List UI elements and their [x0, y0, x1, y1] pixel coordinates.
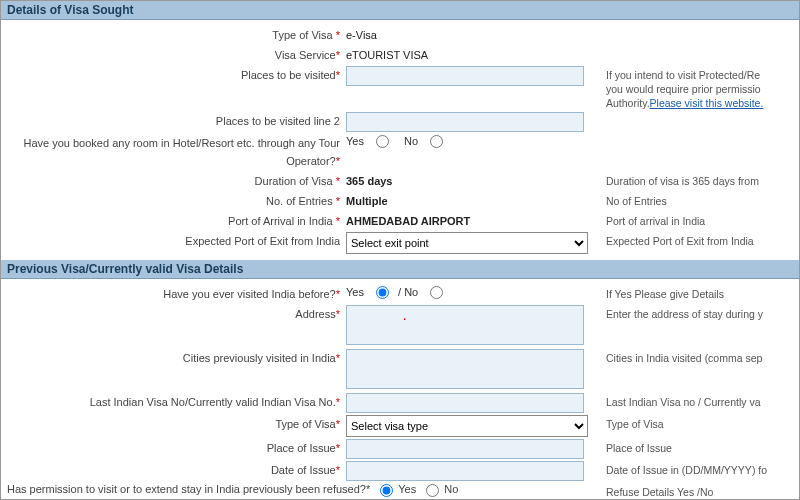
input-date-issue[interactable] — [346, 461, 584, 481]
label-places-visited: Places to be visited* — [1, 66, 346, 84]
help-duration: Duration of visa is 365 days from — [606, 172, 799, 188]
radio-label-yes3: Yes — [398, 483, 416, 495]
value-duration: 365 days — [346, 175, 392, 187]
textarea-address[interactable] — [346, 305, 584, 345]
help-entries: No of Entries — [606, 192, 799, 208]
label-port-arrival: Port of Arrival in India * — [1, 212, 346, 230]
help-cities-prev: Cities in India visited (comma sep — [606, 349, 799, 365]
radio-visited-no[interactable] — [430, 286, 443, 299]
input-place-issue[interactable] — [346, 439, 584, 459]
label-entries: No. of Entries * — [1, 192, 346, 210]
value-entries: Multiple — [346, 195, 388, 207]
label-visited-before: Have you ever visited India before?* — [1, 285, 346, 303]
radio-hotel-no[interactable] — [430, 135, 443, 148]
select-type-of-visa[interactable]: Select visa type — [346, 415, 588, 437]
radio-label-slashno: / No — [398, 286, 418, 298]
visa-sought-form: Type of Visa * e-Visa Visa Service* eTOU… — [1, 20, 799, 260]
radio-label-no: No — [404, 135, 418, 147]
section-header-previous-visa: Previous Visa/Currently valid Visa Detai… — [1, 260, 799, 279]
label-last-visa-no: Last Indian Visa No/Currently valid Indi… — [1, 393, 346, 411]
label-place-issue: Place of Issue* — [1, 439, 346, 457]
previous-visa-form: Have you ever visited India before?* Yes… — [1, 279, 799, 500]
help-places-visited: If you intend to visit Protected/Re you … — [606, 66, 799, 110]
label-duration: Duration of Visa * — [1, 172, 346, 190]
input-last-visa-no[interactable] — [346, 393, 584, 413]
label-cities-prev: Cities previously visited in India* — [1, 349, 346, 367]
label-address: . Address* — [1, 305, 346, 324]
textarea-cities-prev[interactable] — [346, 349, 584, 389]
section-header-visa-sought: Details of Visa Sought — [1, 1, 799, 20]
radio-hotel-yes[interactable] — [376, 135, 389, 148]
help-port-exit: Expected Port of Exit from India — [606, 232, 799, 248]
value-port-arrival: AHMEDABAD AIRPORT — [346, 215, 470, 227]
help-visited-before: If Yes Please give Details — [606, 285, 799, 301]
help-last-visa-no: Last Indian Visa no / Currently va — [606, 393, 799, 409]
radio-visited-yes[interactable] — [376, 286, 389, 299]
label-visa-service: Visa Service* — [1, 46, 346, 64]
select-port-exit[interactable]: Select exit point — [346, 232, 588, 254]
help-type-of-visa2: Type of Visa — [606, 415, 799, 431]
label-hotel-booked: Have you booked any room in Hotel/Resort… — [1, 134, 346, 170]
label-date-issue: Date of Issue* — [1, 461, 346, 479]
label-type-of-visa: Type of Visa * — [1, 26, 346, 44]
input-places-visited2[interactable] — [346, 112, 584, 132]
value-type-of-visa: e-Visa — [346, 29, 377, 41]
help-address: Enter the address of stay during y — [606, 305, 799, 321]
help-port-arrival: Port of arrival in India — [606, 212, 799, 228]
label-permission-refused: Has permission to visit or to extend sta… — [1, 483, 481, 497]
radio-label-yes2: Yes — [346, 286, 364, 298]
label-places-visited2: Places to be visited line 2 — [1, 112, 346, 130]
label-type-of-visa2: Type of Visa* — [1, 415, 346, 433]
radio-refused-no[interactable] — [426, 484, 439, 497]
help-date-issue: Date of Issue in (DD/MM/YYYY) fo — [606, 461, 799, 477]
help-refused: Refuse Details Yes /No — [606, 483, 799, 499]
input-places-visited[interactable] — [346, 66, 584, 86]
radio-refused-yes[interactable] — [380, 484, 393, 497]
help-place-issue: Place of Issue — [606, 439, 799, 455]
radio-label-no2: No — [444, 483, 458, 495]
link-protected-areas[interactable]: Please visit this website. — [650, 97, 764, 109]
label-port-exit: Expected Port of Exit from India — [1, 232, 346, 250]
value-visa-service: eTOURIST VISA — [346, 49, 428, 61]
radio-label-yes: Yes — [346, 135, 364, 147]
